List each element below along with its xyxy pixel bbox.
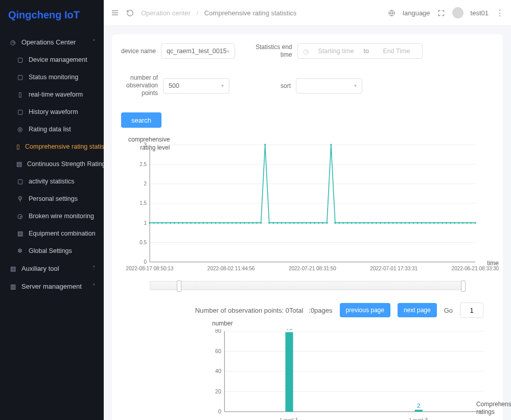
- go-page-input[interactable]: [460, 302, 483, 318]
- svg-text:2: 2: [417, 402, 421, 409]
- sidebar-item-equipment-combination[interactable]: ▤Equipment combination: [0, 225, 104, 242]
- svg-text:1: 1: [144, 220, 147, 226]
- sidebar-item-device-management[interactable]: ▢Device management: [0, 51, 104, 68]
- sidebar-item-continuous-strength-rating[interactable]: ▤Continuous Strength Rating: [0, 155, 104, 173]
- breadcrumb-root[interactable]: Operation center: [141, 9, 191, 17]
- svg-point-58: [306, 222, 307, 223]
- svg-point-31: [194, 222, 196, 223]
- svg-point-56: [297, 222, 299, 223]
- sort-select[interactable]: ▾: [296, 78, 362, 94]
- svg-point-90: [437, 222, 439, 223]
- pager-summary: Number of observation points: 0Total :0p…: [195, 307, 333, 314]
- chevron-down-icon: ▾: [354, 83, 357, 88]
- bar-chart-title: number: [212, 320, 233, 327]
- svg-point-32: [198, 222, 200, 223]
- clock-icon: ◷: [303, 48, 309, 55]
- next-page-button[interactable]: next page: [398, 303, 437, 317]
- svg-point-39: [227, 222, 229, 223]
- range-handle-right[interactable]: [461, 281, 466, 292]
- field-device-name: device name qc_raem1_test_0015 ▾: [121, 43, 235, 59]
- sidebar-item-broken-wire-monitoring[interactable]: ◶Broken wire monitoring: [0, 207, 104, 225]
- svg-point-40: [231, 222, 233, 223]
- line-chart-x-tick: 2022-08-02 11:44:56: [207, 266, 255, 271]
- pager-row: Number of observation points: 0Total :0p…: [121, 302, 494, 318]
- sidebar: Qingcheng IoT ◷ Operations Center ˄ ▢Dev…: [0, 0, 104, 420]
- svg-point-81: [400, 222, 402, 223]
- sidebar-item-comprehensive-rating-statistics[interactable]: ▯Comprehensive rating statistics: [0, 138, 104, 155]
- svg-point-48: [264, 144, 266, 146]
- sidebar-item-rating-data-list[interactable]: ◎Rating data list: [0, 121, 104, 138]
- nav-item-icon: ▤: [16, 160, 22, 168]
- nav-group-auxiliary-tool[interactable]: ▤ Auxiliary tool ˅: [0, 260, 104, 277]
- search-button[interactable]: search: [121, 112, 161, 128]
- nav-group-operations-center[interactable]: ◷ Operations Center ˄: [0, 33, 104, 51]
- svg-point-95: [458, 222, 459, 223]
- line-chart-x-tick: 2022-06-21 08:33:30: [452, 266, 499, 271]
- svg-point-85: [417, 222, 419, 223]
- sidebar-nav: ◷ Operations Center ˄ ▢Device management…: [0, 33, 104, 420]
- globe-icon[interactable]: [388, 9, 396, 17]
- nav-item-label: Device management: [29, 56, 87, 63]
- start-time-placeholder: Starting time: [316, 48, 357, 55]
- nav-item-icon: ▢: [16, 108, 24, 115]
- svg-point-53: [285, 222, 286, 223]
- sidebar-item-personal-settings[interactable]: ⚲Personal settings: [0, 190, 104, 207]
- svg-point-69: [351, 222, 353, 223]
- svg-point-59: [310, 222, 311, 223]
- svg-point-71: [359, 222, 361, 223]
- sidebar-item-history-waveform[interactable]: ▢History waveform: [0, 103, 104, 121]
- bar-chart-x-category: Level 3: [410, 417, 428, 420]
- username[interactable]: test01: [471, 9, 489, 17]
- field-sort: sort ▾: [281, 78, 362, 94]
- sort-label: sort: [281, 82, 291, 89]
- svg-text:80: 80: [215, 329, 221, 334]
- go-label: Go: [444, 307, 453, 314]
- avatar[interactable]: [452, 7, 463, 18]
- svg-point-55: [293, 222, 295, 223]
- nav-item-label: Equipment combination: [29, 230, 96, 237]
- svg-point-92: [446, 222, 447, 223]
- sidebar-item-status-monitoring[interactable]: ▢Status monitoring: [0, 68, 104, 86]
- svg-text:60: 60: [215, 348, 221, 354]
- date-range-picker[interactable]: ◷ Starting time to End Time: [297, 43, 423, 59]
- svg-point-82: [404, 222, 406, 223]
- nav-group-label: Auxiliary tool: [21, 265, 59, 272]
- topbar: Operation center / Comprehensive rating …: [104, 0, 511, 26]
- refresh-icon[interactable]: [126, 9, 134, 17]
- sidebar-item-global-settings[interactable]: ✲Global Settings: [0, 242, 104, 260]
- svg-point-70: [355, 222, 357, 223]
- language-label[interactable]: language: [403, 9, 430, 17]
- range-handle-left[interactable]: [177, 281, 181, 292]
- svg-text:3: 3: [144, 142, 147, 148]
- svg-point-66: [338, 222, 340, 223]
- svg-point-50: [272, 222, 274, 223]
- sidebar-item-activity-statistics[interactable]: ▢activity statistics: [0, 173, 104, 190]
- sidebar-item-real-time-waveform[interactable]: ▯real-time waveform: [0, 86, 104, 103]
- svg-point-88: [429, 222, 431, 223]
- svg-point-21: [153, 222, 154, 223]
- nav-group-server-management[interactable]: ▥ Server management ˅: [0, 277, 104, 295]
- more-icon[interactable]: ⋮: [496, 8, 504, 18]
- svg-point-76: [380, 222, 381, 223]
- chevron-down-icon: ▾: [221, 83, 224, 88]
- line-chart: comprehensiverating level time 00.511.52…: [121, 143, 494, 276]
- menu-toggle-icon[interactable]: [111, 9, 119, 17]
- svg-point-93: [450, 222, 451, 223]
- nav-item-icon: ▯: [16, 91, 24, 98]
- number-points-select[interactable]: 500 ▾: [163, 78, 229, 94]
- nav-item-label: History waveform: [29, 108, 78, 115]
- svg-text:0.5: 0.5: [140, 239, 147, 245]
- toolbox-icon: ▤: [9, 265, 16, 272]
- bar-chart-x-category: Level 1: [280, 417, 298, 420]
- device-name-select[interactable]: qc_raem1_test_0015 ▾: [161, 43, 235, 59]
- fullscreen-icon[interactable]: [437, 9, 445, 17]
- time-range-slider[interactable]: [150, 281, 465, 290]
- nav-item-label: Comprehensive rating statistics: [25, 143, 104, 150]
- svg-text:20: 20: [215, 388, 221, 394]
- nav-item-icon: ▢: [16, 56, 24, 63]
- nav-item-icon: ▢: [16, 74, 24, 81]
- svg-point-42: [240, 222, 241, 223]
- previous-page-button[interactable]: previous page: [340, 303, 390, 317]
- svg-point-52: [281, 222, 282, 223]
- svg-rect-114: [415, 410, 423, 412]
